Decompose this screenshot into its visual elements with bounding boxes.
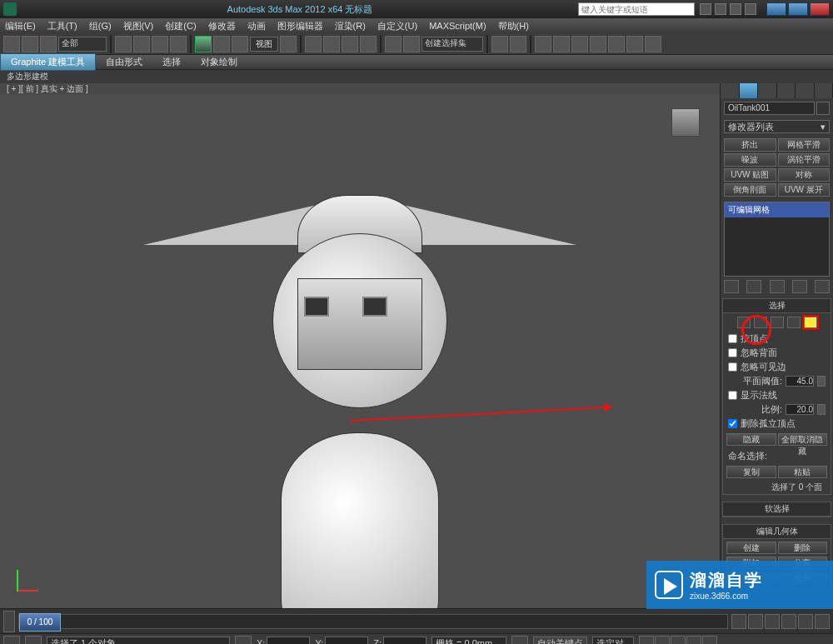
- rollout-soft-selection-title[interactable]: 软选择: [723, 502, 831, 517]
- search-icon[interactable]: [700, 3, 711, 15]
- tab-motion-icon[interactable]: [777, 83, 796, 98]
- pin-stack-icon[interactable]: [724, 280, 739, 293]
- configure-sets-icon[interactable]: [815, 280, 830, 293]
- spinner-snap-icon[interactable]: [360, 36, 377, 52]
- goto-end-icon[interactable]: [702, 636, 717, 645]
- viewcube-icon[interactable]: [671, 108, 700, 137]
- planar-thresh-spinner[interactable]: [817, 376, 826, 387]
- by-vertex-checkbox[interactable]: [728, 334, 737, 343]
- face-level-icon[interactable]: [771, 317, 784, 328]
- align-icon[interactable]: [510, 36, 526, 52]
- scale-icon[interactable]: [232, 36, 248, 52]
- minimize-button[interactable]: [766, 2, 786, 16]
- listener-icon[interactable]: [25, 636, 42, 645]
- select-icon[interactable]: [115, 36, 132, 52]
- help-search-input[interactable]: [578, 2, 695, 16]
- maximize-viewport-icon[interactable]: [798, 614, 813, 629]
- autokey-button[interactable]: 自动关键点: [533, 637, 587, 645]
- make-unique-icon[interactable]: [770, 280, 785, 293]
- key-mode-icon[interactable]: [511, 636, 528, 645]
- viewport[interactable]: [0, 95, 720, 608]
- rollout-selection-title[interactable]: 选择: [723, 299, 831, 313]
- coord-y-input[interactable]: [325, 637, 368, 644]
- vertex-level-icon[interactable]: [737, 317, 751, 328]
- prev-frame-icon[interactable]: [655, 636, 670, 645]
- pivot-icon[interactable]: [280, 36, 297, 52]
- undo-icon[interactable]: [3, 36, 20, 52]
- timeline-toggle-icon[interactable]: [3, 611, 15, 632]
- polygon-level-icon[interactable]: [787, 317, 801, 328]
- delete-isolated-checkbox[interactable]: [728, 419, 737, 428]
- menu-edit[interactable]: 编辑(E): [5, 20, 36, 32]
- ignore-visible-checkbox[interactable]: [728, 362, 737, 372]
- planar-thresh-input[interactable]: [786, 376, 814, 387]
- render-setup-icon[interactable]: [590, 36, 606, 52]
- object-color-swatch[interactable]: [816, 102, 830, 115]
- ribbon-tab-selection[interactable]: 选择: [152, 54, 191, 70]
- named-selection-set-dropdown[interactable]: 创建选择集: [421, 37, 483, 52]
- delete-button[interactable]: 删除: [778, 542, 828, 554]
- pan-icon[interactable]: [731, 614, 746, 629]
- select-region-icon[interactable]: [152, 36, 168, 52]
- btn-meshsmooth[interactable]: 网格平滑: [778, 138, 831, 152]
- coord-x-input[interactable]: [267, 637, 310, 644]
- copy-button[interactable]: 复制: [726, 466, 776, 478]
- menu-modifiers[interactable]: 修改器: [208, 20, 236, 32]
- btn-symmetry[interactable]: 对称: [778, 168, 831, 182]
- local-icon[interactable]: [815, 614, 830, 629]
- selection-filter-dropdown[interactable]: 全部: [58, 37, 107, 52]
- zoom-icon[interactable]: [748, 614, 763, 629]
- viewport-label[interactable]: [ + ][ 前 ] 真实 + 边面 ]: [0, 83, 720, 95]
- modifier-stack[interactable]: 可编辑网格: [724, 202, 830, 277]
- percent-snap-icon[interactable]: [342, 36, 358, 52]
- manage-layers-icon[interactable]: [385, 36, 402, 52]
- hide-button[interactable]: 隐藏: [726, 433, 776, 446]
- menu-tools[interactable]: 工具(T): [47, 20, 77, 32]
- ribbon-subpanel-label[interactable]: 多边形建模: [0, 70, 833, 83]
- menu-customize[interactable]: 自定义(U): [377, 20, 417, 32]
- stack-item-editable-mesh[interactable]: 可编辑网格: [725, 202, 829, 217]
- orbit-icon[interactable]: [781, 614, 796, 629]
- scale-spinner[interactable]: [817, 404, 826, 415]
- lock-selection-icon[interactable]: [235, 636, 252, 645]
- tab-modify-icon[interactable]: [740, 83, 759, 98]
- mirror-icon[interactable]: [491, 36, 508, 52]
- paste-button[interactable]: 粘贴: [778, 466, 828, 478]
- zoom-extents-icon[interactable]: [765, 614, 780, 629]
- menu-group[interactable]: 组(G): [89, 20, 112, 32]
- ribbon-tab-graphite[interactable]: Graphite 建模工具: [0, 53, 96, 71]
- schematic-view-icon[interactable]: [553, 36, 570, 52]
- maxscript-mini-icon[interactable]: [3, 636, 20, 645]
- time-slider-track[interactable]: 0 / 100: [18, 614, 728, 629]
- redo-icon[interactable]: [22, 36, 38, 52]
- signin-icon[interactable]: [715, 3, 726, 15]
- maximize-button[interactable]: [788, 2, 808, 16]
- goto-start-icon[interactable]: [639, 636, 654, 645]
- ref-coord-dropdown[interactable]: 视图: [250, 37, 278, 52]
- teapot-icon[interactable]: [645, 36, 661, 52]
- element-level-icon[interactable]: [804, 317, 817, 328]
- edge-level-icon[interactable]: [754, 317, 767, 328]
- tab-create-icon[interactable]: [721, 83, 740, 98]
- create-button[interactable]: 创建: [726, 542, 776, 554]
- btn-uvwunwrap[interactable]: UVW 展开: [778, 183, 831, 197]
- material-editor-icon[interactable]: [571, 36, 588, 52]
- btn-uvwmap[interactable]: UVW 贴图: [724, 168, 776, 182]
- show-end-result-icon[interactable]: [746, 280, 761, 293]
- btn-bevelprofile[interactable]: 倒角剖面: [724, 183, 776, 197]
- btn-extrude[interactable]: 挤出: [724, 138, 776, 152]
- play-icon[interactable]: [671, 636, 686, 645]
- ribbon-tab-freeform[interactable]: 自由形式: [96, 54, 152, 70]
- menu-grapheditors[interactable]: 图形编辑器: [277, 20, 323, 32]
- window-crossing-icon[interactable]: [170, 36, 187, 52]
- modifier-list-dropdown[interactable]: 修改器列表 ▾: [724, 120, 830, 133]
- rollout-edit-geometry-title[interactable]: 编辑几何体: [723, 525, 831, 539]
- tab-hierarchy-icon[interactable]: [758, 83, 777, 98]
- btn-turbosmooth[interactable]: 涡轮平滑: [778, 153, 831, 167]
- rotate-icon[interactable]: [213, 36, 230, 52]
- menu-animation[interactable]: 动画: [247, 20, 266, 32]
- close-button[interactable]: [810, 2, 830, 16]
- move-icon[interactable]: [195, 36, 212, 52]
- select-name-icon[interactable]: [133, 36, 150, 52]
- menu-rendering[interactable]: 渲染(R): [335, 20, 366, 32]
